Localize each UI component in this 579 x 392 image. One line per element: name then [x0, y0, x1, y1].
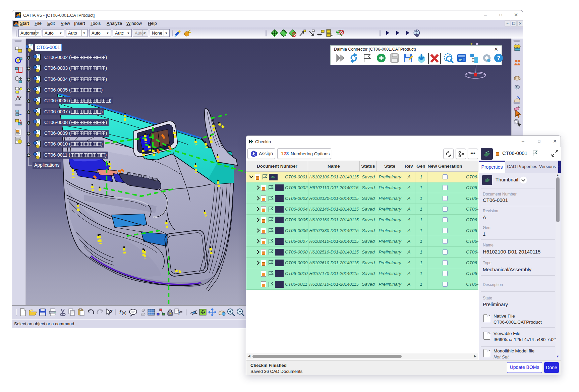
svg-text:?: ? — [110, 309, 113, 314]
svg-text:?: ? — [497, 55, 500, 61]
svg-text:f: f — [119, 309, 122, 316]
svg-text:}=: }= — [178, 310, 182, 315]
svg-text:(x): (x) — [122, 311, 126, 315]
